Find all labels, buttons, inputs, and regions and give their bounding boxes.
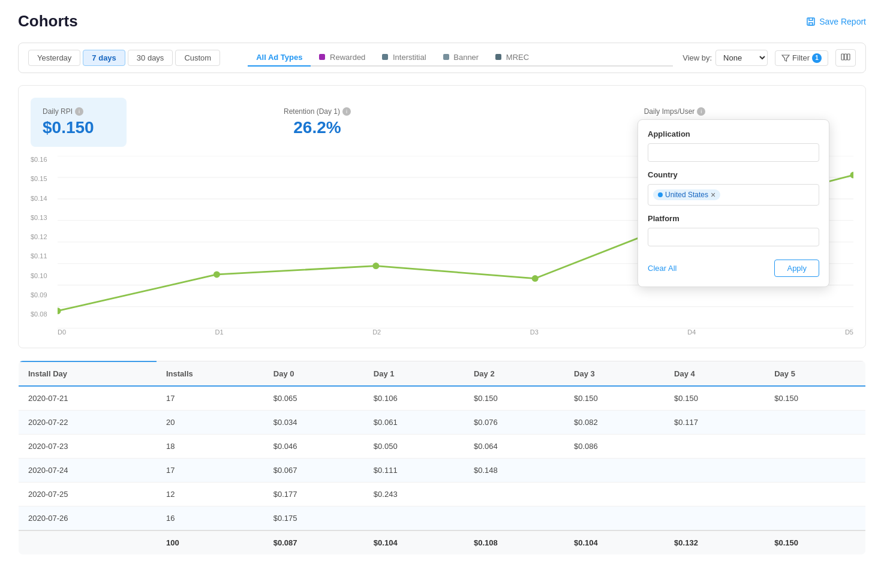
cell-installs: 12 <box>157 483 264 506</box>
date-btn-custom[interactable]: Custom <box>175 50 220 66</box>
ad-type-banner[interactable]: Banner <box>435 49 488 65</box>
svg-point-14 <box>214 271 220 278</box>
daily-imps-info-icon[interactable]: i <box>697 107 705 116</box>
cell-installs: 18 <box>157 435 264 459</box>
cell-date: 2020-07-24 <box>19 459 157 483</box>
rewarded-color-icon <box>319 54 325 60</box>
cell-d4 <box>664 483 765 506</box>
application-label: Application <box>648 129 819 138</box>
ad-type-all[interactable]: All Ad Types <box>248 49 311 65</box>
cell-d2 <box>464 483 564 506</box>
cell-d3 <box>564 459 664 483</box>
table-row: 2020-07-2318$0.046$0.050$0.064$0.086 <box>19 435 866 459</box>
svg-point-13 <box>58 307 61 314</box>
total-d0: $0.087 <box>264 530 364 555</box>
view-by-container: View by: None Country Platform App <box>682 50 768 66</box>
cell-d3 <box>564 483 664 506</box>
save-report-label: Save Report <box>819 17 866 26</box>
tag-close-icon[interactable]: × <box>711 191 715 199</box>
retention-info-icon[interactable]: i <box>342 107 351 116</box>
chart-container: Daily RPI i $0.150 Retention (Day 1) i 2… <box>18 85 866 348</box>
page-header: Cohorts Save Report <box>18 12 866 31</box>
cell-date: 2020-07-23 <box>19 435 157 459</box>
retention-label: Retention (Day 1) i <box>151 107 484 116</box>
total-d3: $0.104 <box>564 530 664 555</box>
data-table: Install Day Installs Day 0 Day 1 Day 2 D… <box>18 360 866 555</box>
cell-d5 <box>765 483 865 506</box>
save-report-button[interactable]: Save Report <box>806 17 866 26</box>
total-d4: $0.132 <box>664 530 765 555</box>
chart-x-labels: D0 D1 D2 D3 D4 D5 <box>58 328 853 336</box>
cell-d1: $0.106 <box>364 386 464 411</box>
controls-bar: Yesterday 7 days 30 days Custom All Ad T… <box>18 43 866 73</box>
cell-date: 2020-07-26 <box>19 506 157 531</box>
page-title: Cohorts <box>18 12 78 31</box>
ad-type-filters: All Ad Types Rewarded Interstitial Banne… <box>248 49 673 67</box>
cell-installs: 16 <box>157 506 264 531</box>
cell-d3: $0.082 <box>564 411 664 435</box>
banner-color-icon <box>443 54 449 60</box>
svg-rect-3 <box>847 54 850 60</box>
daily-imps-label: Daily Imps/User i <box>508 107 841 116</box>
cell-date: 2020-07-21 <box>19 386 157 411</box>
application-input[interactable] <box>648 143 819 162</box>
clear-all-button[interactable]: Clear All <box>648 264 676 273</box>
apply-button[interactable]: Apply <box>774 260 819 277</box>
view-by-label: View by: <box>682 53 712 62</box>
cell-d2 <box>464 506 564 531</box>
cell-d5 <box>765 411 865 435</box>
total-installs: 100 <box>157 530 264 555</box>
cell-d1: $0.061 <box>364 411 464 435</box>
cell-d0: $0.177 <box>264 483 364 506</box>
ad-type-rewarded[interactable]: Rewarded <box>311 49 374 65</box>
retention-card: Retention (Day 1) i 26.2% <box>139 98 496 147</box>
filter-label: Filter <box>792 53 810 62</box>
cell-d1: $0.050 <box>364 435 464 459</box>
cell-d2: $0.150 <box>464 386 564 411</box>
daily-rpi-card: Daily RPI i $0.150 <box>31 98 127 147</box>
cell-d1: $0.243 <box>364 483 464 506</box>
cell-d0: $0.046 <box>264 435 364 459</box>
platform-input[interactable] <box>648 228 819 246</box>
tag-dot <box>658 192 663 197</box>
col-day4: Day 4 <box>664 361 765 387</box>
total-label <box>19 530 157 555</box>
table-total-row: 100 $0.087 $0.104 $0.108 $0.104 $0.132 $… <box>19 530 866 555</box>
country-label: Country <box>648 170 819 179</box>
cell-d1 <box>364 506 464 531</box>
columns-button[interactable] <box>835 49 856 67</box>
cell-d0: $0.034 <box>264 411 364 435</box>
cell-d4 <box>664 506 765 531</box>
daily-rpi-info-icon[interactable]: i <box>75 107 83 116</box>
cell-installs: 17 <box>157 459 264 483</box>
country-tag-us[interactable]: United States × <box>653 189 720 200</box>
svg-point-15 <box>372 263 379 269</box>
view-by-select[interactable]: None Country Platform App <box>715 50 768 66</box>
interstitial-color-icon <box>382 54 388 60</box>
cell-d2: $0.076 <box>464 411 564 435</box>
table-header-row: Install Day Installs Day 0 Day 1 Day 2 D… <box>19 361 866 387</box>
date-btn-7days[interactable]: 7 days <box>83 50 125 66</box>
country-tags: United States × <box>648 184 819 206</box>
cell-d3: $0.150 <box>564 386 664 411</box>
col-installs: Installs <box>157 361 264 387</box>
filter-button[interactable]: Filter 1 <box>775 50 828 66</box>
daily-rpi-value: $0.150 <box>43 118 115 137</box>
date-filters: Yesterday 7 days 30 days Custom <box>28 50 220 66</box>
svg-point-16 <box>532 275 539 282</box>
cell-d2: $0.148 <box>464 459 564 483</box>
table-row: 2020-07-2417$0.067$0.111$0.148 <box>19 459 866 483</box>
ad-type-interstitial[interactable]: Interstitial <box>374 49 434 65</box>
date-btn-30days[interactable]: 30 days <box>128 50 173 66</box>
ad-type-mrec[interactable]: MREC <box>487 49 537 65</box>
date-btn-yesterday[interactable]: Yesterday <box>28 50 80 66</box>
filter-icon <box>781 54 790 62</box>
cell-d0: $0.067 <box>264 459 364 483</box>
col-install-day: Install Day <box>19 361 157 387</box>
svg-rect-1 <box>841 54 844 60</box>
cell-d5: $0.150 <box>765 386 865 411</box>
cell-d0: $0.065 <box>264 386 364 411</box>
cell-date: 2020-07-22 <box>19 411 157 435</box>
cell-installs: 17 <box>157 386 264 411</box>
cell-d5 <box>765 506 865 531</box>
